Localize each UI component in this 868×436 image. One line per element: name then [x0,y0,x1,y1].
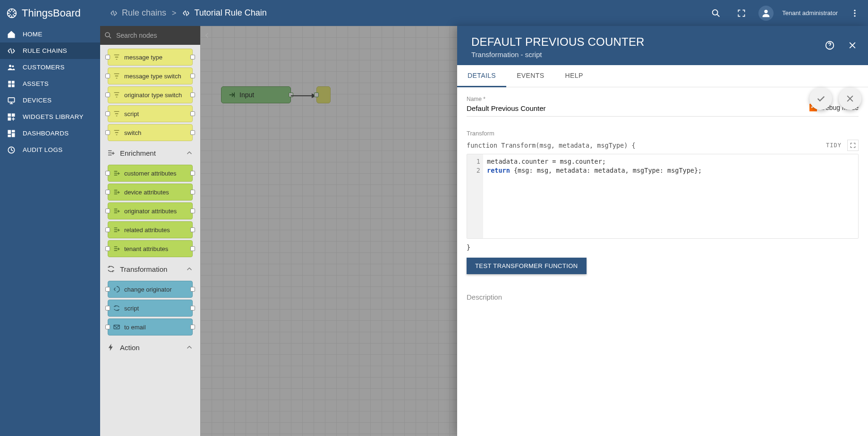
node-input-port[interactable] [105,74,110,78]
sidebar-item-rule-chains[interactable]: RULE CHAINS [0,42,100,59]
svg-rect-17 [12,130,15,132]
node-type-related-attributes[interactable]: related attributes [108,221,193,238]
search-icon[interactable] [707,5,724,22]
node-input-port[interactable] [105,190,110,194]
node-type-icon [113,285,120,293]
node-type-script[interactable]: script [108,300,193,317]
code-content[interactable]: metadata.counter = msg.counter; return {… [483,154,858,238]
node-type-tenant-attributes[interactable]: tenant attributes [108,240,193,257]
sidebar-item-devices[interactable]: DEVICES [0,92,100,109]
svg-rect-18 [12,133,15,137]
name-input[interactable] [467,102,800,114]
node-type-label: originator attributes [124,208,177,215]
help-icon[interactable] [821,36,839,54]
node-type-to-email[interactable]: to email [108,319,193,335]
node-input-port[interactable] [105,111,110,116]
details-fab-row [809,87,861,110]
breadcrumb: Rule chains > Tutorial Rule Chain [110,8,267,18]
node-output-port[interactable] [190,171,195,176]
sidebar-item-audit-logs[interactable]: AUDIT LOGS [0,142,100,158]
node-output-port[interactable] [190,190,195,194]
expand-editor-icon[interactable] [847,140,859,151]
avatar[interactable] [758,6,774,21]
function-closing-brace: } [467,243,859,251]
node-output-port[interactable] [190,306,195,310]
node-input-port[interactable] [105,306,110,310]
node-output-port[interactable] [190,130,195,135]
node-input-port[interactable] [105,287,110,292]
node-section-transformation[interactable]: Transformation [103,259,197,279]
section-title: Action [120,344,140,352]
node-output-port[interactable] [190,246,195,251]
more-icon[interactable] [846,5,863,22]
tab-events[interactable]: EVENTS [506,65,554,87]
node-input-port[interactable] [105,325,110,329]
test-transformer-button[interactable]: TEST TRANSFORMER FUNCTION [467,258,587,274]
node-type-icon [113,110,120,117]
tidy-button[interactable]: TIDY [823,140,844,151]
node-section-enrichment[interactable]: Enrichment [103,143,197,163]
node-type-icon [113,323,120,331]
node-type-label: originator type switch [124,92,182,99]
node-input-port[interactable] [105,171,110,176]
node-input-port[interactable] [105,227,110,232]
chevron-up-icon [185,149,194,157]
node-search-bar [100,26,200,45]
sidebar-item-widgets-library[interactable]: WIDGETS LIBRARY [0,109,100,125]
sidebar-item-label: CUSTOMERS [23,64,65,71]
breadcrumb-root[interactable]: Rule chains [110,8,166,18]
tab-details[interactable]: DETAILS [457,65,506,87]
node-type-device-attributes[interactable]: device attributes [108,184,193,201]
node-output-port[interactable] [190,227,195,232]
logo[interactable]: ThingsBoard [0,6,100,20]
node-input-port[interactable] [105,92,110,97]
chevron-up-icon [185,265,194,273]
search-icon [104,31,112,40]
details-body: Name * Debug mode Transform function Tra… [457,87,868,436]
node-type-originator-type-switch[interactable]: originator type switch [108,86,193,103]
svg-point-5 [854,15,855,17]
app-logo-icon [5,6,19,20]
description-field[interactable]: Description [467,293,859,301]
svg-rect-10 [8,84,11,87]
node-input-port[interactable] [105,246,110,251]
node-type-originator-attributes[interactable]: originator attributes [108,202,193,219]
node-type-switch[interactable]: switch [108,124,193,141]
apply-button[interactable] [809,87,832,110]
cancel-button[interactable] [839,87,861,110]
sidebar-item-label: DASHBOARDS [23,130,69,137]
node-type-icon [113,169,120,177]
node-output-port[interactable] [190,209,195,213]
node-input-port[interactable] [105,55,110,59]
node-output-port[interactable] [190,111,195,116]
node-output-port[interactable] [190,325,195,329]
node-type-message-type-switch[interactable]: message type switch [108,67,193,84]
node-search-input[interactable] [116,32,199,39]
sidebar-item-home[interactable]: HOME [0,26,100,42]
sidebar-item-assets[interactable]: ASSETS [0,75,100,92]
collapse-panel-icon[interactable] [203,31,211,40]
node-library-list[interactable]: message typemessage type switchoriginato… [100,45,200,436]
node-type-message-type[interactable]: message type [108,49,193,66]
node-input-port[interactable] [105,130,110,135]
app-name: ThingsBoard [22,7,81,19]
sidebar-item-dashboards[interactable]: DASHBOARDS [0,125,100,142]
node-input-port[interactable] [105,209,110,213]
svg-rect-16 [8,130,11,134]
fullscreen-icon[interactable] [733,5,750,22]
sidebar-item-customers[interactable]: CUSTOMERS [0,59,100,75]
node-type-change-originator[interactable]: change originator [108,281,193,298]
close-icon[interactable] [843,36,861,54]
code-editor[interactable]: 12 metadata.counter = msg.counter; retur… [467,154,859,239]
node-type-customer-attributes[interactable]: customer attributes [108,165,193,182]
node-output-port[interactable] [190,92,195,97]
section-icon [107,343,115,352]
svg-rect-12 [8,98,14,102]
name-field-label: Name * [467,96,800,102]
node-output-port[interactable] [190,287,195,292]
tab-help[interactable]: HELP [555,65,594,87]
node-section-action[interactable]: Action [103,337,197,357]
node-output-port[interactable] [190,55,195,59]
node-output-port[interactable] [190,74,195,78]
node-type-script[interactable]: script [108,105,193,122]
